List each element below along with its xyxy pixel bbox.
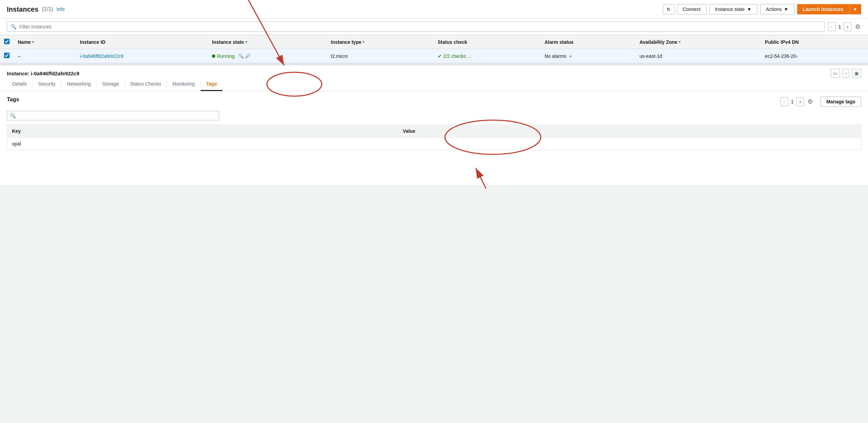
cell-status-check: ✔ 2/2 checks ... (434, 49, 540, 63)
refresh-icon: ↻ (667, 7, 671, 12)
instance-count: (1/1) (42, 6, 53, 12)
col-availability-zone: Availability Zone ▾ (635, 35, 761, 49)
instance-state-button[interactable]: Instance state ▼ (709, 4, 757, 14)
instances-table-container: Name ▾ Instance ID Instance state ▾ (0, 35, 868, 63)
tab-status-checks[interactable]: Status Checks (125, 78, 166, 91)
zoom-icons: 🔍 🔎 (238, 53, 251, 59)
tag-key-cell: opal (7, 138, 398, 150)
tags-prev-page-button[interactable]: ‹ (780, 97, 788, 106)
prev-page-button[interactable]: ‹ (828, 22, 836, 31)
instances-table: Name ▾ Instance ID Instance state ▾ (0, 35, 868, 63)
zoom-in-icon[interactable]: 🔍 (238, 53, 244, 59)
tab-storage[interactable]: Storage (97, 78, 124, 91)
page-header: Instances (1/1) Info ↻ Connect Instance … (0, 0, 868, 19)
actions-chevron-icon: ▼ (784, 7, 789, 12)
type-sort-icon[interactable]: ▾ (363, 40, 365, 44)
tab-security[interactable]: Security (33, 78, 61, 91)
tags-page-number: 1 (791, 99, 794, 104)
layout-full-icon-button[interactable]: ▣ (852, 69, 861, 78)
running-status: Running 🔍 🔎 (212, 53, 322, 59)
tab-tags[interactable]: Tags (201, 78, 222, 91)
detail-panel: Instance: i-0a946ffd2afe922c9 ▭ ▫ ▣ Deta… (0, 65, 868, 185)
col-alarm-status: Alarm status (540, 35, 635, 49)
instance-id-link[interactable]: i-0a946ffd2afe922c9 (80, 53, 123, 59)
actions-button[interactable]: Actions ▼ (760, 4, 794, 14)
tags-col-key: Key (7, 125, 398, 138)
col-instance-id: Instance ID (76, 35, 208, 49)
page-title: Instances (7, 5, 38, 13)
zoom-out-icon[interactable]: 🔎 (245, 53, 251, 59)
launch-instances-button[interactable]: Launch instances (797, 4, 849, 14)
actions-label: Actions (766, 7, 782, 12)
cell-type: t2.micro (327, 49, 434, 63)
next-page-button[interactable]: › (844, 22, 852, 31)
cell-state: Running 🔍 🔎 (208, 49, 327, 63)
state-sort-icon[interactable]: ▾ (245, 40, 247, 44)
manage-tags-button[interactable]: Manage tags (820, 97, 861, 107)
check-circle-icon: ✔ (438, 53, 442, 59)
tags-search-icon: 🔍 (10, 113, 16, 118)
table-row[interactable]: – i-0a946ffd2afe922c9 Running 🔍 🔎 (0, 49, 868, 63)
col-instance-type: Instance type ▾ (327, 35, 434, 49)
col-status-check: Status check (434, 35, 540, 49)
running-dot-icon (212, 54, 215, 58)
row-checkbox[interactable] (4, 53, 10, 58)
filter-instances-input[interactable] (19, 24, 821, 29)
cell-alarm-status: No alarms + (540, 49, 635, 63)
cell-name: – (14, 49, 76, 63)
filter-bar: 🔍 ‹ 1 › ⚙ (0, 19, 868, 35)
tags-settings-button[interactable]: ⚙ (807, 97, 814, 106)
add-alarm-icon[interactable]: + (569, 53, 572, 59)
tags-col-value: Value (398, 125, 861, 138)
select-all-checkbox[interactable] (4, 39, 10, 44)
col-name: Name ▾ (14, 35, 76, 49)
tags-next-page-button[interactable]: › (796, 97, 804, 106)
layout-bottom-icon-button[interactable]: ▫ (843, 69, 849, 78)
layout-split-icon-button[interactable]: ▭ (831, 69, 840, 78)
table-settings-button[interactable]: ⚙ (854, 22, 861, 31)
cell-public-ipv4: ec2-54-236-20- (761, 49, 868, 63)
tab-monitoring[interactable]: Monitoring (167, 78, 200, 91)
page-number: 1 (839, 24, 841, 29)
tags-section: Tags ‹ 1 › ⚙ Manage tags 🔍 (0, 91, 868, 156)
tags-filter-input[interactable] (18, 113, 216, 118)
cell-az: us-east-1d (635, 49, 761, 63)
connect-button[interactable]: Connect (677, 4, 706, 14)
instance-state-label: Instance state (715, 7, 745, 12)
tags-filter-container: 🔍 (7, 111, 219, 120)
svg-line-4 (476, 168, 486, 189)
cell-instance-id: i-0a946ffd2afe922c9 (76, 49, 208, 63)
search-icon: 🔍 (11, 24, 16, 29)
instance-state-chevron-icon: ▼ (747, 7, 752, 12)
filter-input-container: 🔍 (7, 22, 825, 32)
info-link[interactable]: Info (56, 7, 64, 12)
filter-right-controls: ‹ 1 › ⚙ (828, 22, 861, 31)
tags-table: Key Value opal (7, 125, 861, 150)
header-actions: ↻ Connect Instance state ▼ Actions ▼ Lau… (663, 4, 861, 14)
col-public-ipv4: Public IPv4 DN (761, 35, 868, 49)
tab-details[interactable]: Details (7, 78, 33, 91)
launch-instances-caret-button[interactable]: ▼ (849, 4, 861, 14)
status-check-value: ✔ 2/2 checks ... (438, 53, 536, 59)
tag-value-cell (398, 138, 861, 150)
az-sort-icon[interactable]: ▾ (679, 40, 680, 44)
instance-detail-label: Instance: i-0a946ffd2afe922c9 (7, 70, 79, 76)
tag-row: opal (7, 138, 861, 150)
name-sort-icon[interactable]: ▾ (32, 40, 34, 44)
tags-section-title: Tags (7, 97, 19, 103)
tab-networking[interactable]: Networking (61, 78, 96, 91)
launch-instances-caret-icon: ▼ (853, 7, 857, 12)
launch-instances-split-button: Launch instances ▼ (797, 4, 861, 14)
refresh-button[interactable]: ↻ (663, 4, 674, 14)
detail-tabs: Details Security Networking Storage Stat… (0, 78, 868, 91)
col-instance-state: Instance state ▾ (208, 35, 327, 49)
